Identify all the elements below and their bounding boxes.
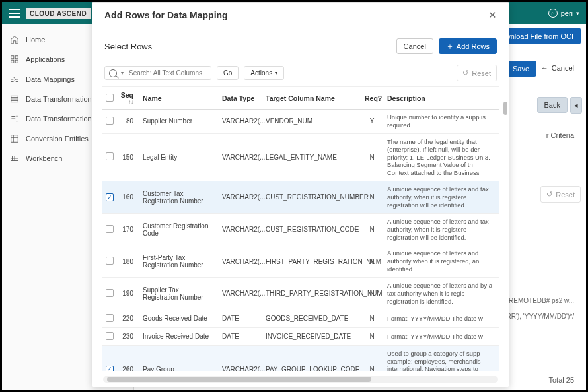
cell-req: N — [361, 133, 383, 181]
cell-desc: The name of the legal entity that (enter… — [383, 133, 499, 181]
cell-desc: Unique number to identify a supp is requ… — [383, 110, 499, 134]
cell-seq: 190 — [116, 278, 139, 310]
table-row[interactable]: 190 Supplier Tax Registration Number VAR… — [102, 278, 499, 310]
row-checkbox[interactable] — [106, 117, 114, 125]
cell-seq: 80 — [116, 110, 139, 134]
rows-table: Seq ↑↓ Name Data Type Target Column Name… — [102, 87, 499, 371]
table-row[interactable]: 150 Legal Entity VARCHAR2(... LEGAL_ENTI… — [102, 133, 499, 181]
cell-desc: Format: YYYY/MM/DD The date w — [383, 310, 499, 327]
col-desc[interactable]: Description — [383, 87, 499, 110]
table-row[interactable]: 180 First-Party Tax Registration Number … — [102, 245, 499, 278]
modal-cancel-button[interactable]: Cancel — [396, 38, 433, 54]
chevron-down-icon: ▾ — [121, 70, 124, 76]
table-row[interactable]: 80 Supplier Number VARCHAR2(... VENDOR_N… — [102, 110, 499, 134]
col-data-type[interactable]: Data Type — [218, 87, 262, 110]
cell-seq: 180 — [116, 245, 139, 278]
add-rows-label: Add Rows — [457, 42, 490, 50]
row-checkbox[interactable] — [106, 314, 114, 322]
col-seq[interactable]: Seq ↑↓ — [116, 87, 139, 110]
cell-target: CUST_REGISTRATION_NUMBER — [262, 181, 361, 214]
cell-seq: 220 — [116, 310, 139, 327]
cell-desc: Format: YYYY/MM/DD The date w — [383, 327, 499, 345]
cell-desc: Used to group a category of supp example… — [383, 345, 499, 371]
cell-name: Invoice Received Date — [139, 327, 218, 345]
add-rows-modal: Add Rows for Data Mapping ✕ Select Rows … — [92, 2, 509, 387]
cell-target: FIRST_PARTY_REGISTRATION_NUM — [262, 245, 361, 278]
table-row[interactable]: 170 Customer Registration Code VARCHAR2(… — [102, 213, 499, 245]
actions-label: Actions — [250, 69, 272, 77]
row-checkbox[interactable] — [106, 366, 114, 371]
select-rows-heading: Select Rows — [104, 42, 152, 51]
row-checkbox[interactable] — [106, 152, 114, 160]
close-icon[interactable]: ✕ — [488, 9, 497, 21]
table-row[interactable]: 260 Pay Group VARCHAR2(... PAY_GROUP_LOO… — [102, 345, 499, 371]
cell-seq: 160 — [116, 181, 139, 214]
cell-seq: 150 — [116, 133, 139, 181]
cell-desc: A unique sequence of letters and tax aut… — [383, 181, 499, 214]
horizontal-scrollbar[interactable] — [103, 376, 498, 383]
table-row[interactable]: 160 Customer Tax Registration Number VAR… — [102, 181, 499, 214]
cell-seq: 170 — [116, 213, 139, 245]
col-req[interactable]: Req? — [361, 87, 383, 110]
cell-seq: 260 — [116, 345, 139, 371]
table-row[interactable]: 220 Goods Received Date DATE GOODS_RECEI… — [102, 310, 499, 327]
plus-icon: ＋ — [446, 42, 454, 50]
col-target[interactable]: Target Column Name — [262, 87, 361, 110]
reset-label: Reset — [472, 69, 491, 77]
cell-target: GOODS_RECEIVED_DATE — [262, 310, 361, 327]
reset-icon: ↺ — [462, 69, 468, 77]
go-button[interactable]: Go — [217, 66, 239, 80]
chevron-down-icon: ▾ — [275, 70, 277, 76]
cell-desc: A unique sequence of letters and by a ta… — [383, 278, 499, 310]
cell-name: Customer Tax Registration Number — [139, 181, 218, 214]
cell-data-type: VARCHAR2(... — [218, 110, 262, 134]
cell-name: Supplier Tax Registration Number — [139, 278, 218, 310]
actions-menu[interactable]: Actions ▾ — [244, 66, 284, 80]
col-name[interactable]: Name — [139, 87, 218, 110]
cell-data-type: DATE — [218, 310, 262, 327]
row-checkbox[interactable] — [106, 257, 114, 265]
cell-data-type: VARCHAR2(... — [218, 278, 262, 310]
cell-name: Goods Received Date — [139, 310, 218, 327]
cell-name: Pay Group — [139, 345, 218, 371]
search-input-wrap[interactable]: ▾ — [104, 66, 211, 80]
select-all-checkbox[interactable] — [106, 94, 114, 102]
cell-target: INVOICE_RECEIVED_DATE — [262, 327, 361, 345]
sort-icon: ↑↓ — [120, 99, 133, 105]
cell-data-type: DATE — [218, 327, 262, 345]
search-icon — [109, 69, 117, 77]
cell-data-type: VARCHAR2(... — [218, 245, 262, 278]
cell-data-type: VARCHAR2(... — [218, 181, 262, 214]
cell-target: PAY_GROUP_LOOKUP_CODE — [262, 345, 361, 371]
cell-target: CUST_REGISTRATION_CODE — [262, 213, 361, 245]
modal-title: Add Rows for Data Mapping — [104, 10, 228, 20]
cell-name: First-Party Tax Registration Number — [139, 245, 218, 278]
cell-name: Legal Entity — [139, 133, 218, 181]
cell-req: Y — [361, 110, 383, 134]
cell-data-type: VARCHAR2(... — [218, 345, 262, 371]
cell-data-type: VARCHAR2(... — [218, 133, 262, 181]
cell-desc: A unique sequence of letters and authori… — [383, 245, 499, 278]
cell-desc: A unique sequence of letters and tax aut… — [383, 213, 499, 245]
cell-req: N — [361, 327, 383, 345]
row-checkbox[interactable] — [106, 332, 114, 340]
cell-seq: 230 — [116, 327, 139, 345]
cell-req: N — [361, 213, 383, 245]
row-checkbox[interactable] — [106, 193, 114, 201]
cell-target: LEGAL_ENTITY_NAME — [262, 133, 361, 181]
cell-name: Supplier Number — [139, 110, 218, 134]
reset-button[interactable]: ↺ Reset — [457, 65, 497, 81]
cell-target: THIRD_PARTY_REGISTRATION_NUM — [262, 278, 361, 310]
cell-data-type: VARCHAR2(... — [218, 213, 262, 245]
add-rows-button[interactable]: ＋ Add Rows — [439, 38, 497, 54]
row-checkbox[interactable] — [106, 289, 114, 297]
row-checkbox[interactable] — [106, 225, 114, 233]
search-input[interactable] — [128, 69, 207, 77]
cell-name: Customer Registration Code — [139, 213, 218, 245]
cell-req: N — [361, 345, 383, 371]
table-row[interactable]: 230 Invoice Received Date DATE INVOICE_R… — [102, 327, 499, 345]
cell-req: N — [361, 310, 383, 327]
cell-target: VENDOR_NUM — [262, 110, 361, 134]
